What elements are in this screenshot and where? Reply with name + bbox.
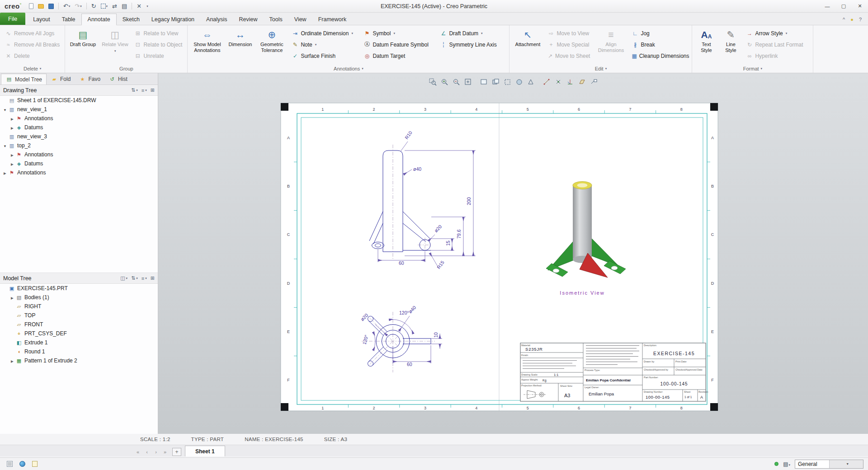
datum-csys-toggle[interactable] [565,77,576,87]
unrelate-button[interactable]: ⊟Unrelate [132,51,184,61]
tree-item-exercise-145-prt[interactable]: EXERCISE-145.PRT [0,284,158,293]
open-button[interactable] [36,2,46,11]
tree-item-annotations[interactable]: Annotations [0,114,158,123]
combobox-arrow-icon[interactable]: ▼ [829,460,863,468]
tree-item-round-1[interactable]: Round 1 [0,347,158,356]
datum-axes-toggle[interactable] [541,77,552,87]
zoom-out-button[interactable] [451,77,462,87]
ribbon-tab-legacy-migration[interactable]: Legacy Migration [146,14,200,25]
repeat-last-format-button[interactable]: ↻Repeat Last Format [744,40,807,49]
tree-filter-button[interactable]: ⇅▾ [131,87,138,93]
group-label-edit[interactable]: Edit▾ [509,65,692,73]
move-to-view-button[interactable]: ⇨Move to View [546,28,592,38]
graphics-area[interactable]: 1122334455667788AABBCCDDEEFF [158,73,868,434]
model-tree-filter-button[interactable]: ⇅▾ [131,275,138,281]
select-mode-button[interactable]: ▾ [99,2,110,11]
web-status-icon[interactable] [17,460,27,468]
remove-all-breaks-button[interactable]: ≈Remove All Breaks [3,40,61,49]
model-tree-options-button[interactable]: ◫▾ [120,275,127,281]
new-file-button[interactable] [27,2,35,11]
hyperlink-button[interactable]: ∞Hyperlink [744,51,807,61]
zoom-in-button[interactable] [439,77,450,87]
ribbon-tab-review[interactable]: Review [233,14,264,25]
relate-view-button[interactable]: ◫Relate View ▾ [100,27,129,54]
shading-button[interactable] [514,77,524,87]
move-special-button[interactable]: +Move Special [546,40,592,49]
tree-item-pattern-1-of-extrude-2[interactable]: Pattern 1 of Extrude 2 [0,356,158,365]
cleanup-dimensions-button[interactable]: ▦Cleanup Dimensions [630,51,689,61]
symmetry-line-axis-button[interactable]: ╎Symmetry Line Axis [438,40,506,49]
ribbon-tab-analysis[interactable]: Analysis [200,14,233,25]
expander-icon[interactable] [2,106,8,113]
next-sheet-button[interactable]: › [151,447,160,456]
arrow-style-button[interactable]: →Arrow Style▾ [744,28,807,38]
save-button[interactable] [47,2,56,11]
maximize-button[interactable]: ▢ [835,0,852,12]
model-tree-toggle-button[interactable]: ▤▾ [783,461,790,467]
expander-icon[interactable] [2,142,8,149]
material-value[interactable]: S235JR [525,347,543,352]
tree-item-datums[interactable]: Datums [0,123,158,132]
tree-item-annotations[interactable]: Annotations [0,168,158,177]
ribbon-tab-annotate[interactable]: Annotate [81,14,117,25]
line-style-button[interactable]: ✎Line Style [720,27,741,54]
ribbon-tab-framework[interactable]: Framework [312,14,353,25]
zoom-region-button[interactable] [427,77,438,87]
regenerate-button[interactable]: ↻ [90,2,98,11]
attachment-button[interactable]: ↖Attachment [513,27,542,49]
align-dimensions-button[interactable]: ≡Align Dimensions [595,27,627,54]
windows-button[interactable]: ▤ [120,2,129,11]
dimension-label[interactable]: 10 [433,332,439,338]
tree-item-datums[interactable]: Datums [0,159,158,168]
relate-to-view-button[interactable]: ⊞Relate to View [132,28,184,38]
hidden-line-button[interactable] [502,77,513,87]
move-to-sheet-button[interactable]: ↗Move to Sheet [546,51,592,61]
dimension-label[interactable]: 79.6 [456,229,462,239]
tree-item-bodies-1[interactable]: Bodies (1) [0,293,158,302]
expander-icon[interactable] [9,151,15,158]
remove-all-jogs-button[interactable]: ∿Remove All Jogs [3,28,61,38]
close-window-button[interactable]: ✕ [135,2,143,11]
prev-sheet-button[interactable]: ‹ [142,447,151,456]
notifications-icon[interactable] [30,460,40,468]
text-style-button[interactable]: AAText Style [695,27,717,54]
break-button[interactable]: ∦Break [630,40,689,49]
display-style-button[interactable] [490,77,501,87]
jog-button[interactable]: ∟Jog [630,28,689,38]
ribbon-tab-tools[interactable]: Tools [264,14,288,25]
group-label-format[interactable]: Format▾ [692,65,813,73]
tree-item-right[interactable]: RIGHT [0,302,158,311]
relate-to-object-button[interactable]: ⊡Relate to Object [132,40,184,49]
dimension-label[interactable]: 60 [407,362,412,367]
help-button[interactable]: ? [859,17,862,22]
delete-button[interactable]: ✕Delete [3,51,61,61]
ribbon-tab-layout[interactable]: Layout [27,14,56,25]
symbol-button[interactable]: ⚑Symbol▾ [362,28,435,38]
expander-icon[interactable] [2,169,8,176]
selection-filter-icon[interactable] [5,460,14,468]
minimize-button[interactable]: — [819,0,835,12]
ribbon-tab-sketch[interactable]: Sketch [117,14,146,25]
first-sheet-button[interactable]: « [133,447,142,456]
tree-item-top[interactable]: TOP [0,311,158,320]
dimension-label[interactable]: 60 [399,260,404,266]
datum-target-button[interactable]: ◎Datum Target [362,51,435,61]
expander-icon[interactable] [9,160,15,167]
sheet-tab-active[interactable]: Sheet 1 [185,446,225,456]
tree-item-front[interactable]: FRONT [0,320,158,329]
tree-columns-button[interactable]: ≡▾ [142,88,147,93]
draft-datum-button[interactable]: ∠Draft Datum▾ [438,28,506,38]
perspective-button[interactable] [525,77,536,87]
group-label-annotations[interactable]: Annotations▾ [188,65,509,73]
ordinate-dimension-button[interactable]: ⇥Ordinate Dimension▾ [290,28,359,38]
swap-windows-button[interactable]: ⇄ [110,2,119,11]
expander-icon[interactable] [9,357,15,364]
dimension-label[interactable]: 15 [445,240,451,246]
last-sheet-button[interactable]: » [160,447,170,456]
expander-icon[interactable] [9,124,15,131]
tree-item-extrude-1[interactable]: Extrude 1 [0,338,158,347]
group-label-delete[interactable]: Delete▾ [0,65,65,73]
description-value[interactable]: EXERCISE-145 [653,351,695,356]
dimension-label[interactable]: 200 [466,197,472,205]
ribbon-tab-table[interactable]: Table [56,14,81,25]
